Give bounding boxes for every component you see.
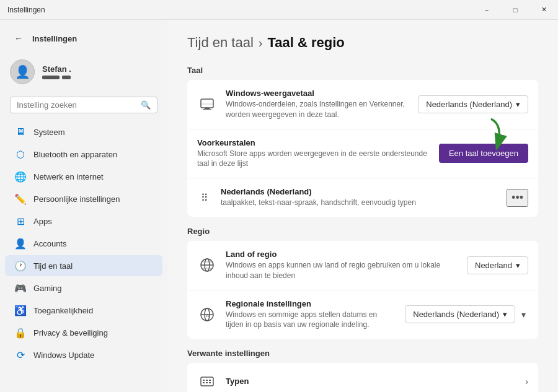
- toegankelijkheid-icon: ♿: [15, 305, 26, 316]
- land-control: Nederland ▾: [467, 256, 528, 274]
- breadcrumb: Tijd en taal › Taal & regio: [187, 35, 538, 51]
- sidebar-item-label: Netwerk en internet: [33, 172, 104, 181]
- chevron-down-icon-2: ▾: [516, 261, 520, 270]
- netwerk-icon: 🌐: [15, 171, 26, 182]
- sidebar-item-tijd[interactable]: 🕐 Tijd en taal: [5, 255, 162, 276]
- voorkeurstalen-row: Voorkeurstalen Microsoft Store apps word…: [187, 129, 538, 179]
- content-area: Tijd en taal › Taal & regio Taal Windows…: [167, 20, 558, 392]
- verwante-card: Typen ›: [187, 363, 538, 392]
- tijd-icon: 🕐: [15, 260, 26, 271]
- land-value: Nederland: [475, 261, 512, 270]
- svg-rect-16: [206, 380, 208, 381]
- chevron-down-icon-3: ▾: [503, 310, 507, 319]
- search-icon: 🔍: [141, 100, 151, 110]
- windows-display-lang-row: Windows-weergavetaal Windows-onderdelen,…: [187, 80, 538, 129]
- display-lang-dropdown[interactable]: Nederlands (Nederland) ▾: [418, 95, 528, 113]
- sidebar-item-label: Tijd en taal: [33, 261, 73, 271]
- search-box[interactable]: 🔍: [10, 97, 157, 113]
- typen-title: Typen: [226, 377, 516, 386]
- persoonlijk-icon: ✏️: [15, 193, 26, 204]
- titlebar-controls: − □ ✕: [472, 0, 558, 20]
- add-language-button[interactable]: Een taal toevoegen: [439, 144, 528, 163]
- sidebar-item-persoonlijk[interactable]: ✏️ Persoonlijke instellingen: [5, 188, 162, 209]
- sidebar-item-label: Bluetooth en apparaten: [33, 150, 117, 159]
- avatar: 👤: [10, 59, 35, 84]
- language-item-row: ⠿ Nederlands (Nederland) taalpakket, tek…: [187, 178, 538, 217]
- regionaal-value: Nederlands (Nederland): [413, 310, 499, 319]
- land-dropdown[interactable]: Nederland ▾: [467, 256, 528, 274]
- voorkeurstalen-desc: Microsoft Store apps worden weergegeven …: [197, 149, 430, 170]
- accounts-icon: 👤: [15, 238, 26, 249]
- sidebar-item-accounts[interactable]: 👤 Accounts: [5, 233, 162, 254]
- verwante-section-title: Verwante instellingen: [187, 349, 538, 358]
- sidebar-item-privacy[interactable]: 🔒 Privacy & beveiliging: [5, 322, 162, 343]
- svg-text:A: A: [206, 313, 210, 318]
- update-icon: ⟳: [15, 349, 26, 360]
- svg-rect-3: [203, 109, 211, 110]
- sidebar-item-label: Persoonlijke instellingen: [33, 194, 120, 204]
- voorkeurstalen-control: Een taal toevoegen: [439, 144, 528, 163]
- sidebar-item-update[interactable]: ⟳ Windows Update: [5, 344, 162, 365]
- svg-rect-2: [205, 108, 210, 109]
- sidebar-item-label: Systeem: [33, 128, 65, 137]
- taal-card: Windows-weergavetaal Windows-onderdelen,…: [187, 80, 538, 217]
- close-button[interactable]: ✕: [529, 0, 558, 20]
- svg-rect-19: [206, 382, 208, 383]
- sidebar-item-gaming[interactable]: 🎮 Gaming: [5, 277, 162, 298]
- language-item-desc: taalpakket, tekst-naar-spraak, handschri…: [221, 198, 498, 208]
- regionaal-row: A Regionale instellingen Windows en somm…: [187, 290, 538, 339]
- svg-rect-14: [201, 377, 213, 386]
- language-item-more-button[interactable]: •••: [507, 189, 528, 207]
- land-icon: [197, 255, 217, 275]
- user-info: Stefan .: [42, 64, 71, 79]
- sidebar-item-systeem[interactable]: 🖥 Systeem: [5, 121, 162, 142]
- breadcrumb-current: Taal & regio: [267, 35, 344, 51]
- sidebar-item-netwerk[interactable]: 🌐 Netwerk en internet: [5, 166, 162, 187]
- systeem-icon: 🖥: [15, 126, 26, 137]
- regionaal-desc: Windows en sommige apps stellen datums e…: [226, 310, 396, 331]
- display-lang-control: Nederlands (Nederland) ▾: [418, 95, 528, 113]
- minimize-button[interactable]: −: [472, 0, 501, 20]
- sidebar-item-apps[interactable]: ⊞ Apps: [5, 211, 162, 232]
- typen-icon: [197, 372, 217, 391]
- voorkeurstalen-section: Voorkeurstalen Microsoft Store apps word…: [187, 129, 538, 217]
- maximize-button[interactable]: □: [501, 0, 529, 20]
- typen-row[interactable]: Typen ›: [187, 363, 538, 392]
- land-title: Land of regio: [226, 250, 458, 259]
- sidebar: ← Instellingen 👤 Stefan . 🔍 🖥 Systeem: [0, 20, 167, 392]
- display-lang-desc: Windows-onderdelen, zoals Instellingen e…: [226, 99, 409, 120]
- svg-rect-15: [203, 380, 205, 381]
- voorkeurstalen-title: Voorkeurstalen: [197, 138, 430, 147]
- dot-block-2: [62, 76, 71, 79]
- sidebar-item-toegankelijkheid[interactable]: ♿ Toegankelijkheid: [5, 300, 162, 321]
- regionaal-content: Regionale instellingen Windows en sommig…: [226, 299, 396, 331]
- svg-rect-17: [209, 380, 211, 381]
- regionaal-control: Nederlands (Nederland) ▾ ▾: [405, 305, 528, 323]
- sidebar-item-label: Accounts: [33, 239, 66, 248]
- display-lang-title: Windows-weergavetaal: [226, 89, 409, 98]
- regionaal-title: Regionale instellingen: [226, 299, 396, 308]
- regionaal-dropdown[interactable]: Nederlands (Nederland) ▾: [405, 305, 515, 323]
- sidebar-item-label: Privacy & beveiliging: [33, 328, 108, 338]
- sidebar-title: Instellingen: [32, 34, 77, 43]
- regionaal-expand-button[interactable]: ▾: [519, 307, 528, 322]
- user-section: 👤 Stefan .: [0, 54, 167, 94]
- land-content: Land of regio Windows en apps kunnen uw …: [226, 250, 458, 281]
- sidebar-item-bluetooth[interactable]: ⬡ Bluetooth en apparaten: [5, 144, 162, 165]
- user-name: Stefan .: [42, 64, 71, 74]
- sidebar-item-label: Toegankelijkheid: [33, 306, 93, 315]
- titlebar-title: Instellingen: [7, 6, 45, 14]
- sidebar-item-label: Apps: [33, 217, 52, 226]
- sidebar-item-label: Windows Update: [33, 351, 94, 360]
- typen-arrow-icon: ›: [525, 377, 528, 386]
- sidebar-header: ← Instellingen: [0, 25, 167, 54]
- search-input[interactable]: [17, 100, 136, 110]
- regionaal-icon: A: [197, 305, 217, 324]
- land-row: Land of regio Windows en apps kunnen uw …: [187, 241, 538, 290]
- back-button[interactable]: ←: [10, 30, 27, 47]
- regio-section-title: Regio: [187, 227, 538, 236]
- main-window: ← Instellingen 👤 Stefan . 🔍 🖥 Systeem: [0, 20, 558, 392]
- breadcrumb-parent: Tijd en taal: [187, 35, 254, 51]
- svg-rect-0: [201, 99, 213, 108]
- display-lang-content: Windows-weergavetaal Windows-onderdelen,…: [226, 89, 409, 120]
